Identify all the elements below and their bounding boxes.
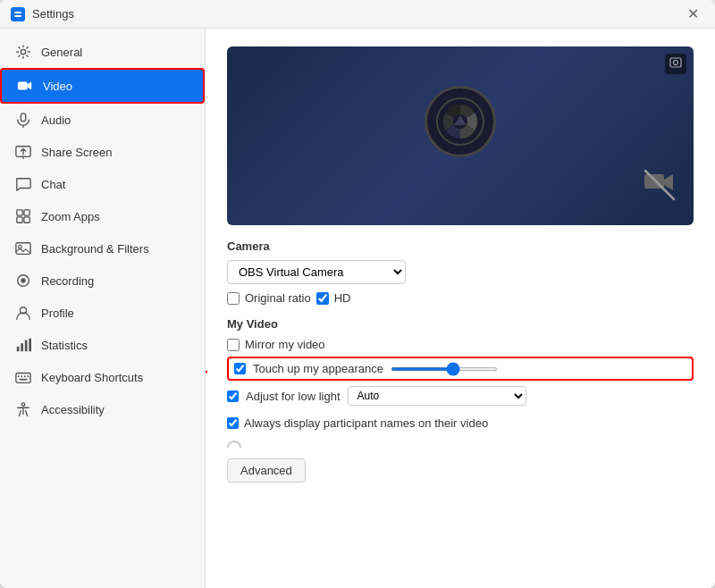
red-arrow-icon bbox=[206, 358, 218, 385]
sidebar-label-video: Video bbox=[43, 80, 72, 93]
my-video-section: My Video Mirror my video bbox=[227, 317, 694, 406]
svg-rect-25 bbox=[28, 375, 29, 377]
recording-icon bbox=[14, 272, 32, 290]
svg-point-13 bbox=[19, 245, 22, 248]
touch-up-container: Touch up my appearance bbox=[227, 357, 694, 386]
sidebar-label-background-filters: Background & Filters bbox=[41, 242, 149, 256]
sidebar-item-audio[interactable]: Audio bbox=[0, 104, 205, 136]
sidebar-item-general[interactable]: General bbox=[0, 36, 205, 68]
svg-rect-2 bbox=[14, 15, 21, 17]
svg-rect-1 bbox=[14, 12, 21, 13]
keyboard-icon bbox=[14, 368, 32, 386]
collapsed-item-indicator bbox=[227, 441, 241, 448]
sidebar-item-zoom-apps[interactable]: Zoom Apps bbox=[0, 200, 205, 232]
sidebar-item-profile[interactable]: Profile bbox=[0, 297, 205, 329]
adjust-light-checkbox[interactable] bbox=[227, 391, 239, 402]
main-content: Camera OBS Virtual Camera Default Camera… bbox=[206, 29, 715, 588]
sidebar-label-statistics: Statistics bbox=[41, 339, 88, 352]
sidebar-item-background-filters[interactable]: Background & Filters bbox=[0, 232, 205, 265]
settings-window: Settings ✕ General bbox=[0, 0, 715, 588]
sidebar-label-audio: Audio bbox=[41, 113, 71, 127]
advanced-button[interactable]: Advanced bbox=[227, 458, 306, 483]
svg-rect-0 bbox=[13, 9, 23, 20]
adjust-light-row: Adjust for low light Auto Manual Disable… bbox=[227, 386, 694, 406]
svg-rect-5 bbox=[21, 113, 25, 122]
sidebar-item-share-screen[interactable]: Share Screen bbox=[0, 136, 205, 168]
video-preview bbox=[227, 46, 694, 225]
screenshot-icon bbox=[665, 54, 686, 74]
obs-logo bbox=[425, 86, 496, 157]
always-display-row: Always display participant names on thei… bbox=[227, 416, 694, 430]
svg-rect-19 bbox=[25, 340, 28, 352]
svg-rect-17 bbox=[17, 347, 20, 351]
mirror-checkbox[interactable] bbox=[227, 339, 240, 351]
window-title: Settings bbox=[32, 7, 74, 21]
content-area: General Video bbox=[0, 29, 715, 588]
camera-label: Camera bbox=[227, 239, 694, 253]
sidebar-item-keyboard-shortcuts[interactable]: Keyboard Shortcuts bbox=[0, 361, 205, 393]
svg-rect-23 bbox=[21, 375, 22, 377]
my-video-label: My Video bbox=[227, 317, 694, 331]
sidebar-item-accessibility[interactable]: Accessibility bbox=[0, 393, 205, 425]
background-icon bbox=[14, 239, 32, 257]
app-icon bbox=[11, 7, 25, 21]
sidebar-label-recording: Recording bbox=[41, 274, 94, 288]
profile-icon bbox=[14, 304, 32, 322]
original-ratio-checkbox[interactable] bbox=[227, 292, 240, 305]
svg-rect-21 bbox=[16, 374, 30, 383]
touch-up-label: Touch up my appearance bbox=[253, 362, 383, 375]
always-display-checkbox[interactable] bbox=[227, 417, 239, 429]
chat-icon bbox=[14, 175, 32, 193]
camera-select[interactable]: OBS Virtual Camera Default Camera FaceTi… bbox=[227, 260, 406, 284]
svg-point-15 bbox=[21, 278, 25, 282]
sidebar-label-accessibility: Accessibility bbox=[41, 403, 105, 416]
mirror-label: Mirror my video bbox=[245, 338, 325, 351]
titlebar-left: Settings bbox=[11, 7, 74, 21]
close-button[interactable]: ✕ bbox=[682, 4, 704, 24]
sidebar-label-zoom-apps: Zoom Apps bbox=[41, 210, 100, 223]
svg-point-33 bbox=[674, 61, 678, 65]
svg-rect-32 bbox=[670, 58, 681, 67]
titlebar: Settings ✕ bbox=[0, 0, 715, 29]
svg-point-27 bbox=[21, 403, 25, 407]
gear-icon bbox=[14, 43, 32, 61]
svg-rect-8 bbox=[17, 210, 22, 215]
svg-rect-22 bbox=[18, 375, 20, 377]
svg-rect-26 bbox=[20, 379, 28, 381]
sidebar-label-keyboard-shortcuts: Keyboard Shortcuts bbox=[41, 371, 143, 384]
svg-rect-11 bbox=[24, 217, 29, 223]
sidebar-label-general: General bbox=[41, 46, 82, 59]
share-screen-icon bbox=[14, 143, 32, 161]
no-video-icon bbox=[644, 169, 676, 207]
mirror-row: Mirror my video bbox=[227, 338, 694, 351]
sidebar-item-chat[interactable]: Chat bbox=[0, 168, 205, 200]
touch-up-slider-container bbox=[391, 367, 686, 371]
svg-rect-20 bbox=[29, 339, 31, 351]
sidebar: General Video bbox=[0, 29, 206, 588]
touch-up-slider[interactable] bbox=[391, 367, 498, 371]
svg-rect-9 bbox=[24, 210, 29, 215]
svg-rect-4 bbox=[18, 82, 28, 90]
video-icon bbox=[16, 77, 34, 95]
svg-rect-18 bbox=[21, 343, 23, 351]
svg-rect-10 bbox=[17, 217, 22, 223]
sidebar-item-statistics[interactable]: Statistics bbox=[0, 329, 205, 361]
touch-up-row: Touch up my appearance bbox=[227, 357, 694, 381]
obs-circle bbox=[425, 86, 496, 157]
hd-checkbox[interactable] bbox=[316, 292, 329, 305]
svg-rect-24 bbox=[24, 375, 26, 377]
hd-label: HD bbox=[334, 291, 351, 305]
svg-point-3 bbox=[21, 49, 25, 54]
always-display-label: Always display participant names on thei… bbox=[244, 416, 488, 430]
original-ratio-label: Original ratio bbox=[245, 291, 311, 305]
sidebar-item-recording[interactable]: Recording bbox=[0, 265, 205, 297]
original-ratio-row: Original ratio HD bbox=[227, 291, 694, 305]
sidebar-label-profile: Profile bbox=[41, 307, 74, 320]
touch-up-checkbox[interactable] bbox=[234, 363, 246, 374]
adjust-light-select[interactable]: Auto Manual Disabled bbox=[348, 386, 526, 406]
accessibility-icon bbox=[14, 400, 32, 418]
adjust-light-label: Adjust for low light bbox=[246, 390, 341, 403]
zoom-apps-icon bbox=[14, 207, 32, 225]
statistics-icon bbox=[14, 336, 32, 354]
sidebar-item-video[interactable]: Video bbox=[0, 68, 205, 104]
